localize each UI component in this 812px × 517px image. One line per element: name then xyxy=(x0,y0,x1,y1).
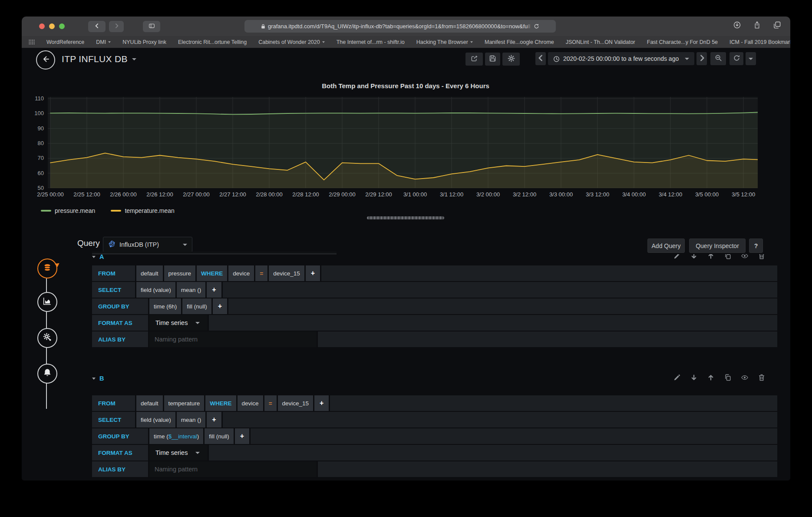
query-segment[interactable]: default xyxy=(136,395,163,411)
query-segment[interactable]: time ($__interval) xyxy=(149,428,203,444)
move-down-icon[interactable] xyxy=(690,374,697,383)
add-segment-button[interactable]: + xyxy=(213,298,227,314)
alias-by-input[interactable]: Naming pattern xyxy=(149,331,317,347)
bookmark-item[interactable]: DMI xyxy=(96,39,111,45)
query-segment[interactable]: WHERE xyxy=(205,395,236,411)
query-segment[interactable]: device_15 xyxy=(269,265,304,281)
bookmark-item[interactable]: Electronic Rit...ortune Telling xyxy=(178,39,247,45)
share-dashboard-button[interactable] xyxy=(465,53,483,66)
share-button[interactable] xyxy=(749,20,764,31)
legend-item[interactable]: temperature.mean xyxy=(111,207,174,214)
query-segment[interactable]: fill (null) xyxy=(182,298,211,314)
delete-icon[interactable] xyxy=(758,374,765,383)
bookmark-item[interactable]: JSONLint - Th...ON Validator xyxy=(566,39,635,45)
time-shift-forward-button[interactable] xyxy=(696,52,707,65)
duplicate-icon[interactable] xyxy=(724,254,731,261)
collapse-caret-icon[interactable] xyxy=(92,256,96,258)
dashboard-title[interactable]: ITP INFLUX DB xyxy=(62,54,136,64)
query-segment[interactable]: fill (null) xyxy=(205,428,234,444)
alias-by-input[interactable]: Naming pattern xyxy=(149,461,317,477)
chevron-left-icon xyxy=(537,54,545,63)
duplicate-icon[interactable] xyxy=(724,374,731,383)
add-segment-button[interactable]: + xyxy=(207,282,221,298)
query-segment[interactable]: pressure xyxy=(164,265,196,281)
query-segment[interactable]: mean () xyxy=(177,412,206,428)
x-axis-tick-label: 3/1 12:00 xyxy=(432,191,471,198)
refresh-dashboard-button[interactable] xyxy=(729,52,743,65)
add-segment-button[interactable]: + xyxy=(235,428,249,444)
format-as-select[interactable]: Time series xyxy=(149,445,208,461)
zoom-window-button[interactable] xyxy=(59,23,65,29)
tab-general-settings[interactable] xyxy=(37,328,57,348)
tab-queries[interactable] xyxy=(37,258,57,278)
query-segment[interactable]: device_15 xyxy=(278,395,314,411)
panel-resize-handle[interactable] xyxy=(367,216,444,219)
back-button[interactable] xyxy=(88,21,106,32)
dashboard-settings-button[interactable] xyxy=(502,53,520,66)
time-range-picker[interactable]: 2020-02-25 00:00:00 to a few seconds ago xyxy=(548,52,694,65)
add-segment-button[interactable]: + xyxy=(306,265,320,281)
query-header-b[interactable]: B xyxy=(92,371,777,386)
tab-alert[interactable] xyxy=(37,364,57,384)
reload-icon[interactable] xyxy=(534,23,539,29)
zoom-out-time-button[interactable] xyxy=(710,52,726,65)
add-segment-button[interactable]: + xyxy=(314,395,329,411)
query-row-label: GROUP BY xyxy=(92,428,148,444)
delete-icon[interactable] xyxy=(758,254,765,261)
sidebar-toggle-button[interactable] xyxy=(143,21,160,32)
favorites-grid-icon[interactable] xyxy=(29,40,35,45)
url-bar[interactable]: grafana.itpdtd.com/d/T9Aq_UIWz/itp-influ… xyxy=(244,20,556,33)
time-series-chart xyxy=(48,97,758,188)
refresh-interval-dropdown[interactable] xyxy=(746,52,756,65)
time-shift-back-button[interactable] xyxy=(535,52,546,65)
query-row-label: GROUP BY xyxy=(92,298,148,314)
tab-overview-button[interactable] xyxy=(769,20,784,31)
datasource-picker[interactable]: InfluxDB (ITP) xyxy=(103,237,192,252)
query-segment[interactable]: device xyxy=(238,395,263,411)
move-up-icon[interactable] xyxy=(707,254,714,261)
query-segment[interactable]: field (value) xyxy=(136,282,175,298)
query-segment[interactable]: WHERE xyxy=(197,265,227,281)
edit-icon[interactable] xyxy=(673,374,680,383)
save-dashboard-button[interactable] xyxy=(485,53,500,66)
minimize-window-button[interactable] xyxy=(49,23,55,29)
query-header-a[interactable]: A xyxy=(92,254,777,263)
query-segment[interactable]: mean () xyxy=(177,282,206,298)
bookmark-item[interactable]: ICM - Fall 2019 Bookmarks xyxy=(729,39,790,45)
bookmark-item[interactable]: Cabinets of Wonder 2020 xyxy=(258,39,325,45)
back-to-dashboard-button[interactable] xyxy=(36,50,55,70)
add-query-button[interactable]: Add Query xyxy=(647,239,685,253)
bookmark-item[interactable]: Manifest File...oogle Chrome xyxy=(485,39,554,45)
toggle-visibility-icon[interactable] xyxy=(741,254,748,261)
panel-title[interactable]: Both Temp and Pressure Past 10 days - Ev… xyxy=(30,82,782,89)
query-segment[interactable]: field (value) xyxy=(136,412,175,428)
y-axis-tick-label: 70 xyxy=(25,155,44,161)
bookmark-item[interactable]: The Internet of...rm - shiftr.io xyxy=(337,39,405,45)
collapse-caret-icon[interactable] xyxy=(92,378,96,380)
close-window-button[interactable] xyxy=(39,23,45,29)
query-segment[interactable]: temperature xyxy=(164,395,205,411)
lock-icon xyxy=(261,23,265,29)
downloads-button[interactable] xyxy=(729,20,744,31)
add-segment-button[interactable]: + xyxy=(207,412,221,428)
legend-item[interactable]: pressure.mean xyxy=(41,207,95,214)
edit-icon[interactable] xyxy=(673,254,680,261)
query-segment[interactable]: = xyxy=(264,395,277,411)
tab-visualization[interactable] xyxy=(37,292,57,312)
move-up-icon[interactable] xyxy=(707,374,714,383)
toggle-visibility-icon[interactable] xyxy=(741,374,748,383)
move-down-icon[interactable] xyxy=(690,254,697,261)
bookmark-item[interactable]: WordReference xyxy=(46,39,84,45)
query-segment[interactable]: = xyxy=(255,265,267,281)
help-button[interactable]: ? xyxy=(749,239,763,253)
bookmark-item[interactable]: Hacking The Browser xyxy=(416,39,473,45)
format-as-select[interactable]: Time series xyxy=(149,315,208,331)
query-inspector-button[interactable]: Query Inspector xyxy=(689,239,746,253)
bookmark-item[interactable]: NYULib Proxy link xyxy=(122,39,166,45)
query-segment[interactable]: device xyxy=(228,265,254,281)
chevron-right-icon xyxy=(114,23,119,30)
query-segment[interactable]: time (6h) xyxy=(149,298,181,314)
bookmark-item[interactable]: Fast Characte...y For DnD 5e xyxy=(647,39,718,45)
query-segment[interactable]: default xyxy=(136,265,163,281)
forward-button[interactable] xyxy=(109,21,124,32)
